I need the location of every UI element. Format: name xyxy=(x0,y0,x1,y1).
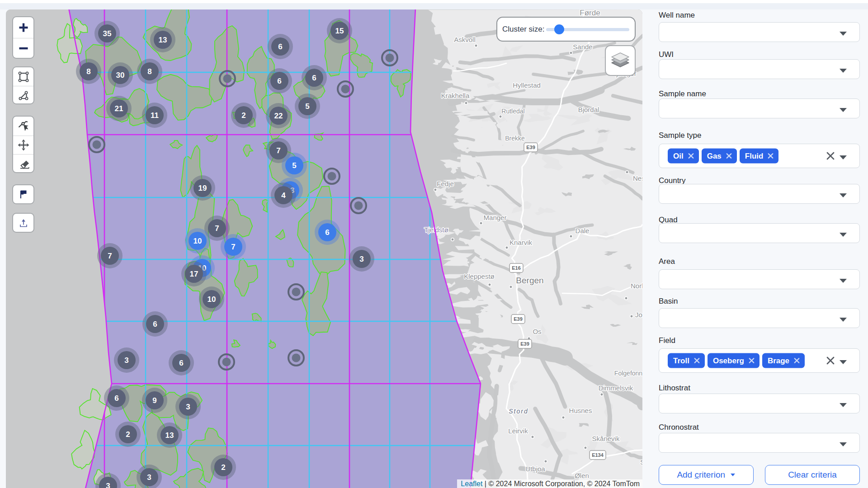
svg-text:2: 2 xyxy=(241,111,245,120)
svg-text:3: 3 xyxy=(124,356,128,365)
svg-text:Fedje: Fedje xyxy=(437,180,454,188)
svg-text:21: 21 xyxy=(115,104,123,113)
svg-text:Førde: Førde xyxy=(580,9,600,17)
svg-text:Rutledal: Rutledal xyxy=(501,108,524,115)
svg-text:6: 6 xyxy=(277,77,281,85)
svg-text:E16: E16 xyxy=(512,265,521,271)
svg-text:Knarvik: Knarvik xyxy=(509,239,533,246)
svg-text:3: 3 xyxy=(359,255,363,263)
svg-text:22: 22 xyxy=(274,112,283,120)
svg-text:Os: Os xyxy=(533,328,541,335)
svg-text:Ølen: Ølen xyxy=(575,472,589,479)
svg-text:Utbjoa: Utbjoa xyxy=(525,465,545,473)
svg-text:6: 6 xyxy=(278,42,282,51)
svg-text:Leirvik: Leirvik xyxy=(508,427,528,435)
svg-text:35: 35 xyxy=(103,29,112,38)
svg-text:6: 6 xyxy=(312,74,316,82)
svg-text:19: 19 xyxy=(198,184,207,192)
svg-text:Sande: Sande xyxy=(573,43,592,51)
svg-text:6: 6 xyxy=(153,320,157,328)
svg-text:3: 3 xyxy=(186,403,190,411)
svg-text:5: 5 xyxy=(292,161,296,170)
svg-text:Husnes: Husnes xyxy=(569,407,592,414)
svg-text:10: 10 xyxy=(193,237,202,245)
svg-text:S: S xyxy=(640,458,642,466)
svg-text:30: 30 xyxy=(116,71,125,80)
svg-text:2: 2 xyxy=(126,430,130,439)
svg-text:Jon: Jon xyxy=(635,311,642,319)
svg-text:7: 7 xyxy=(231,243,235,251)
svg-text:Bjordal: Bjordal xyxy=(578,106,599,113)
svg-text:Askvoll: Askvoll xyxy=(454,36,476,43)
svg-text:3: 3 xyxy=(106,482,110,488)
svg-text:9: 9 xyxy=(152,396,156,405)
svg-text:5: 5 xyxy=(305,102,309,111)
svg-text:Tjeldstø: Tjeldstø xyxy=(424,226,448,234)
svg-text:Neshei: Neshei xyxy=(633,174,642,182)
svg-text:Dale: Dale xyxy=(576,227,590,235)
svg-text:Skånevik: Skånevik xyxy=(592,435,620,442)
svg-text:13: 13 xyxy=(159,36,167,44)
svg-text:11: 11 xyxy=(151,111,159,120)
svg-text:Bergen: Bergen xyxy=(516,276,543,285)
svg-text:15: 15 xyxy=(335,27,344,35)
svg-text:8: 8 xyxy=(86,67,90,76)
svg-text:Krakhella: Krakhella xyxy=(441,92,470,99)
svg-text:E39: E39 xyxy=(526,145,535,150)
svg-text:Norhei: Norhei xyxy=(631,282,642,290)
svg-text:Hyllestad: Hyllestad xyxy=(513,81,541,89)
svg-text:17: 17 xyxy=(190,270,198,278)
svg-text:Dimmelsvik: Dimmelsvik xyxy=(599,384,633,392)
svg-text:10: 10 xyxy=(208,295,216,304)
svg-text:8: 8 xyxy=(147,67,151,76)
svg-text:4: 4 xyxy=(281,191,286,200)
svg-text:Folgefonn: Folgefonn xyxy=(614,370,642,377)
svg-text:7: 7 xyxy=(276,146,280,155)
svg-text:3: 3 xyxy=(147,473,151,482)
svg-text:Brekke: Brekke xyxy=(505,135,525,142)
svg-text:Manger: Manger xyxy=(484,214,507,221)
svg-text:7: 7 xyxy=(108,252,112,260)
svg-text:6: 6 xyxy=(179,359,183,367)
svg-text:6: 6 xyxy=(114,394,118,403)
svg-text:Kleppestø: Kleppestø xyxy=(464,272,495,280)
svg-text:Stord: Stord xyxy=(509,408,528,415)
svg-text:E134: E134 xyxy=(592,452,604,458)
svg-text:E39: E39 xyxy=(520,341,529,347)
svg-text:E39: E39 xyxy=(514,316,523,322)
svg-text:13: 13 xyxy=(165,431,174,440)
svg-text:7: 7 xyxy=(215,224,219,233)
svg-text:2: 2 xyxy=(221,463,225,472)
svg-text:6: 6 xyxy=(325,228,329,237)
